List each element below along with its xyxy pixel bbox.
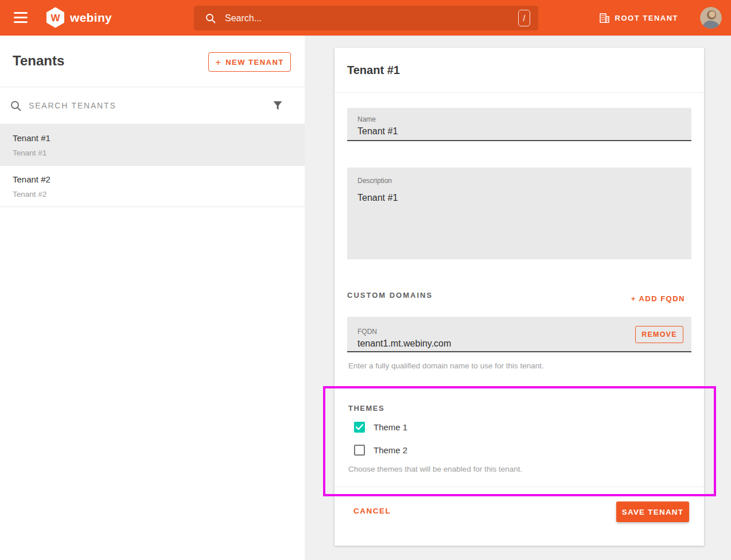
description-input[interactable]: Tenant #1 [357, 193, 679, 250]
building-icon [599, 13, 610, 24]
tenant-list-item[interactable]: Tenant #2 Tenant #2 [0, 166, 305, 207]
name-field[interactable]: Name [347, 108, 691, 141]
global-search[interactable]: / [194, 6, 538, 30]
root-tenant-selector[interactable]: ROOT TENANT [599, 0, 678, 36]
user-avatar[interactable] [700, 7, 722, 29]
theme-1-label: Theme 1 [374, 422, 407, 432]
themes-helper-text: Choose themes that will be enabled for t… [348, 465, 522, 473]
name-input[interactable] [357, 126, 679, 137]
sidebar-header: Tenants + NEW TENANT [0, 36, 305, 87]
checkmark-icon [356, 424, 363, 430]
tenant-search-row [0, 87, 305, 125]
description-field[interactable]: Description Tenant #1 [347, 168, 691, 259]
fqdn-field[interactable]: FQDN REMOVE [347, 317, 691, 352]
cancel-button[interactable]: CANCEL [353, 507, 391, 515]
hamburger-menu-icon[interactable] [14, 12, 28, 23]
form-title: Tenant #1 [347, 64, 400, 77]
tenant-item-title: Tenant #2 [13, 174, 50, 184]
tenant-list-item[interactable]: Tenant #1 Tenant #1 [0, 125, 305, 166]
search-input[interactable] [225, 13, 518, 24]
search-icon [205, 13, 216, 24]
tenant-item-title: Tenant #1 [13, 133, 50, 143]
theme-option[interactable]: Theme 1 [354, 421, 407, 433]
tenants-sidebar: Tenants + NEW TENANT Tenant #1 Tenant #1… [0, 36, 305, 560]
tenant-search-input[interactable] [29, 101, 265, 110]
add-fqdn-link[interactable]: + ADD FQDN [631, 294, 685, 303]
remove-fqdn-button[interactable]: REMOVE [635, 326, 683, 343]
tenant-item-subtitle: Tenant #2 [13, 190, 46, 199]
theme-1-checkbox[interactable] [354, 422, 365, 433]
webiny-hexagon-icon: W [46, 7, 65, 28]
webiny-logo[interactable]: W webiny [46, 7, 112, 28]
themes-section-label: THEMES [348, 404, 384, 413]
root-tenant-label: ROOT TENANT [615, 14, 678, 22]
theme-2-label: Theme 2 [374, 445, 407, 455]
svg-text:W: W [50, 13, 60, 24]
keyboard-shortcut-badge: / [518, 10, 530, 26]
logo-text: webiny [70, 11, 112, 25]
plus-icon: + [215, 57, 221, 67]
top-app-bar: W webiny / ROOT TENANT [0, 0, 731, 36]
filter-icon[interactable] [273, 100, 283, 111]
tenant-form-card: Tenant #1 Name Description Tenant #1 CUS… [335, 48, 704, 546]
theme-2-checkbox[interactable] [354, 445, 365, 456]
tenant-item-subtitle: Tenant #1 [13, 149, 46, 157]
new-tenant-button[interactable]: + NEW TENANT [208, 52, 291, 72]
save-tenant-button[interactable]: SAVE TENANT [616, 501, 689, 522]
new-tenant-label: NEW TENANT [225, 58, 284, 67]
theme-option[interactable]: Theme 2 [354, 444, 407, 456]
search-icon [10, 100, 21, 111]
fqdn-input[interactable] [357, 338, 610, 349]
custom-domains-section-label: CUSTOM DOMAINS [347, 291, 433, 300]
page-title: Tenants [13, 53, 64, 69]
description-field-label: Description [357, 177, 392, 185]
fqdn-helper-text: Enter a fully qualified domain name to u… [348, 361, 544, 370]
form-header: Tenant #1 [335, 48, 704, 93]
fqdn-field-label: FQDN [357, 328, 377, 336]
name-field-label: Name [357, 115, 376, 123]
footer-divider [335, 487, 704, 487]
